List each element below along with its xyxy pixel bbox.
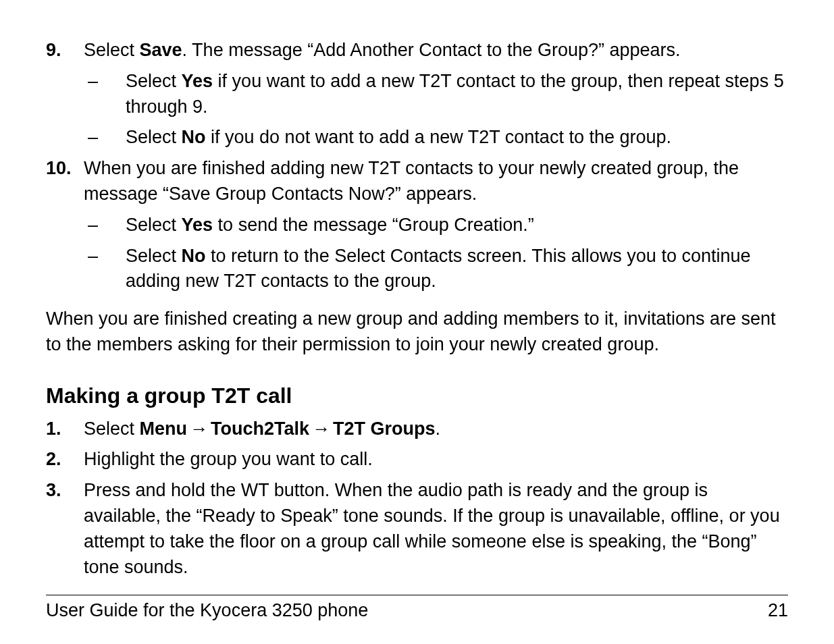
step-body: When you are finished adding new T2T con…	[84, 156, 788, 294]
bold-text: Save	[140, 40, 182, 60]
sub-item: – Select No if you do not want to add a …	[84, 125, 788, 151]
sub-body: Select No to return to the Select Contac…	[126, 244, 788, 295]
text: Select	[126, 246, 182, 266]
sub-item: – Select Yes to send the message “Group …	[84, 213, 788, 238]
sub-list: – Select Yes if you want to add a new T2…	[84, 69, 788, 151]
footer-row: User Guide for the Kyocera 3250 phone 21	[46, 595, 788, 624]
step-number: 3.	[46, 478, 84, 580]
text: .	[436, 419, 441, 439]
call-step-1: 1. Select Menu→Touch2Talk→T2T Groups.	[46, 417, 788, 442]
sub-marker: –	[84, 69, 126, 120]
text: Select	[126, 215, 182, 235]
text: Select	[84, 40, 140, 60]
text: Select	[126, 71, 182, 91]
step-body: Press and hold the WT button. When the a…	[84, 478, 788, 580]
text: Select	[126, 127, 182, 147]
sub-body: Select No if you do not want to add a ne…	[126, 125, 788, 151]
bold-text: No	[182, 246, 206, 266]
sub-marker: –	[84, 125, 126, 151]
step-body: Select Save. The message “Add Another Co…	[84, 38, 788, 151]
bold-text: Menu	[140, 419, 188, 439]
bold-text: Yes	[182, 71, 213, 91]
arrow-icon: →	[309, 419, 333, 439]
sub-marker: –	[84, 244, 126, 295]
closing-paragraph: When you are finished creating a new gro…	[46, 306, 788, 358]
text: to return to the Select Contacts screen.…	[126, 246, 750, 292]
step-number: 9.	[46, 38, 84, 151]
text: Select	[84, 419, 140, 439]
document-page: 9. Select Save. The message “Add Another…	[0, 0, 834, 644]
page-number: 21	[768, 598, 788, 624]
sub-item: – Select No to return to the Select Cont…	[84, 244, 788, 295]
sub-list: – Select Yes to send the message “Group …	[84, 213, 788, 294]
step-10: 10. When you are finished adding new T2T…	[46, 156, 788, 294]
step-number: 1.	[46, 417, 84, 442]
bold-text: Touch2Talk	[211, 419, 309, 439]
step-number: 2.	[46, 447, 84, 473]
text: if you want to add a new T2T contact to …	[126, 71, 784, 117]
sub-item: – Select Yes if you want to add a new T2…	[84, 69, 788, 120]
text: . The message “Add Another Contact to th…	[182, 40, 681, 60]
bold-text: No	[182, 127, 206, 147]
bold-text: T2T Groups	[333, 419, 436, 439]
text: to send the message “Group Creation.”	[213, 215, 534, 235]
sub-marker: –	[84, 213, 126, 238]
footer-title: User Guide for the Kyocera 3250 phone	[46, 598, 368, 624]
sub-body: Select Yes to send the message “Group Cr…	[126, 213, 788, 238]
step-body: Select Menu→Touch2Talk→T2T Groups.	[84, 417, 788, 442]
call-step-3: 3. Press and hold the WT button. When th…	[46, 478, 788, 580]
step-9: 9. Select Save. The message “Add Another…	[46, 38, 788, 151]
step-number: 10.	[46, 156, 84, 294]
page-footer: User Guide for the Kyocera 3250 phone 21	[46, 595, 788, 624]
text: if you do not want to add a new T2T cont…	[206, 127, 671, 147]
bold-text: Yes	[182, 215, 213, 235]
section-heading: Making a group T2T call	[46, 381, 788, 411]
sub-body: Select Yes if you want to add a new T2T …	[126, 69, 788, 120]
step-body: Highlight the group you want to call.	[84, 447, 788, 473]
call-step-2: 2. Highlight the group you want to call.	[46, 447, 788, 473]
text: When you are finished adding new T2T con…	[84, 158, 739, 204]
arrow-icon: →	[187, 419, 211, 439]
